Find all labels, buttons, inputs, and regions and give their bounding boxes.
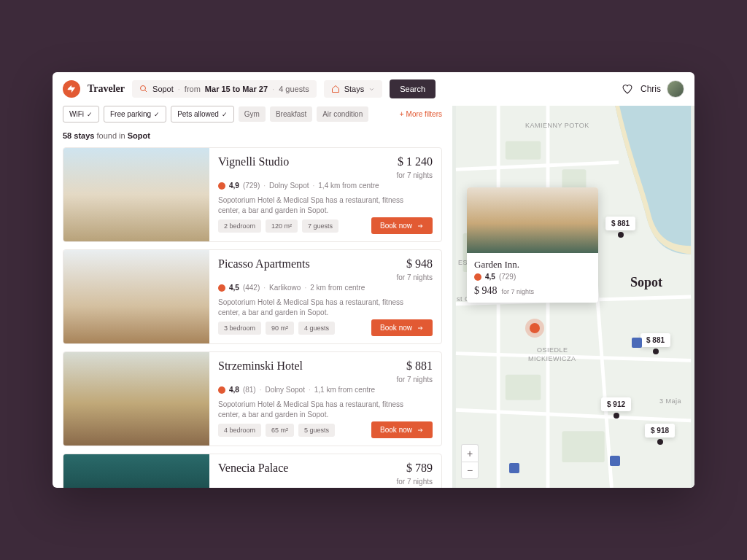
avatar (667, 80, 684, 98)
listing-feature: 65 m² (266, 424, 294, 437)
filter-air-condition[interactable]: Air condition (317, 106, 368, 122)
svg-rect-10 (562, 431, 604, 462)
listing-area: Dolny Sopot (265, 386, 304, 394)
map-price-pin[interactable]: $ 881 (605, 217, 635, 230)
chevron-down-icon (368, 86, 375, 93)
listing-title: Venecia Palace (218, 462, 288, 475)
listing-feature: 120 m² (266, 219, 298, 233)
map-price-pin[interactable]: $ 918 (645, 424, 675, 438)
listing-area: Dolny Sopot (269, 182, 309, 190)
search-button[interactable]: Search (390, 79, 436, 98)
filter-wifi[interactable]: WiFi✓ (63, 106, 99, 122)
book-now-button[interactable]: Book now (371, 421, 433, 438)
filter-free-parking[interactable]: Free parking✓ (104, 106, 166, 122)
listing-desc: Sopotorium Hotel & Medical Spa has a res… (218, 195, 408, 216)
map-popup-reviews: (729) (499, 273, 516, 281)
svg-rect-7 (506, 141, 541, 160)
listing-image (63, 352, 209, 446)
map-popup-rating: 4,5 (485, 273, 495, 281)
user-menu[interactable]: Chris (640, 80, 684, 98)
map-city-name: Sopot (630, 275, 662, 290)
rating-icon (474, 273, 481, 281)
listing-feature: 4 guests (298, 322, 335, 335)
svg-line-1 (145, 90, 147, 93)
favorites-icon[interactable] (622, 83, 633, 95)
user-name: Chris (640, 84, 661, 94)
listing-desc: Sopotorium Hotel & Medical Spa has a res… (218, 298, 408, 318)
map-price-pin[interactable]: $ 881 (640, 333, 670, 347)
selected-pin-icon (530, 323, 540, 333)
listing-card[interactable]: Vignelli Studio $ 1 240 for 7 nights 4,9… (63, 147, 442, 242)
listing-feature: 3 bedroom (218, 322, 261, 335)
results-count: 58 stays found in Sopot (53, 128, 452, 147)
listing-card[interactable]: Venecia Palace $ 789 for 7 nights 4,2 (5… (63, 454, 442, 488)
zoom-out-button[interactable]: − (461, 462, 479, 479)
from-label: from (185, 85, 201, 93)
zoom-controls: + − (461, 444, 479, 479)
listing-feature: 7 guests (302, 219, 338, 233)
date-range: Mar 15 to Mar 27 (205, 85, 268, 93)
stays-selector[interactable]: Stays (324, 80, 383, 98)
left-panel: WiFi✓ Free parking✓ Pets allowed✓ Gym Br… (53, 106, 452, 488)
filter-breakfast[interactable]: Breakfast (270, 106, 312, 122)
listing-feature: 5 guests (298, 424, 335, 437)
content: WiFi✓ Free parking✓ Pets allowed✓ Gym Br… (53, 106, 694, 488)
brand-name: Traveler (88, 83, 125, 95)
listing-reviews: (442) (243, 284, 260, 292)
arrow-right-icon (417, 427, 424, 433)
listing-distance: 2 km from centre (310, 284, 365, 292)
listing-distance: 1,4 km from centre (318, 182, 379, 190)
zoom-in-button[interactable]: + (461, 444, 479, 462)
more-filters-link[interactable]: + More filters (400, 110, 442, 118)
home-icon (331, 85, 340, 93)
map-label: OSIEDLE (537, 346, 568, 354)
search-location: Sopot (152, 85, 174, 93)
check-icon: ✓ (222, 111, 228, 118)
listing-nights: for 7 nights (397, 478, 433, 486)
book-now-button[interactable]: Book now (371, 217, 433, 234)
transit-icon (632, 338, 642, 348)
map-label: 3 Maja (659, 397, 681, 405)
listings: Vignelli Studio $ 1 240 for 7 nights 4,9… (53, 147, 452, 488)
map-popup[interactable]: Garden Inn. 4,5 (729) $ 948 for 7 nights (467, 187, 598, 303)
map-panel[interactable]: KAMIENNY POTOKESIEst OperaOSIEDLEMICKIEW… (452, 106, 694, 488)
filter-gym[interactable]: Gym (239, 106, 266, 122)
book-now-button[interactable]: Book now (371, 319, 433, 336)
listing-rating: 4,8 (229, 386, 239, 394)
map-popup-title: Garden Inn. (474, 259, 591, 271)
map-price-pin[interactable]: $ 912 (601, 397, 631, 411)
arrow-right-icon (417, 223, 424, 229)
listing-card[interactable]: Picasso Apartments $ 948 for 7 nights 4,… (63, 249, 442, 344)
listing-nights: for 7 nights (397, 376, 433, 384)
listing-image (63, 454, 209, 488)
listing-title: Vignelli Studio (218, 155, 289, 168)
search-icon (139, 85, 148, 93)
filter-pets-allowed[interactable]: Pets allowed✓ (171, 106, 234, 122)
filters-row: WiFi✓ Free parking✓ Pets allowed✓ Gym Br… (53, 106, 452, 128)
check-icon: ✓ (154, 111, 160, 118)
map-popup-nights: for 7 nights (502, 288, 535, 295)
listing-rating: 4,9 (229, 182, 239, 190)
listing-image (63, 148, 209, 241)
listing-distance: 1,1 km from centre (314, 386, 375, 394)
listing-nights: for 7 nights (397, 171, 433, 179)
svg-rect-9 (506, 375, 541, 400)
listing-desc: Sopotorium Hotel & Medical Spa has a res… (218, 400, 408, 420)
transit-icon (610, 456, 620, 466)
logo-icon (63, 80, 80, 98)
listing-card[interactable]: Strzeminski Hotel $ 881 for 7 nights 4,8… (63, 351, 442, 446)
listing-price: $ 948 (397, 257, 433, 271)
listing-title: Strzeminski Hotel (218, 359, 303, 373)
map-label: MICKIEWICZA (528, 355, 576, 362)
listing-feature: 90 m² (266, 322, 294, 335)
transit-icon (509, 463, 519, 473)
listing-reviews: (729) (243, 182, 260, 190)
stays-label: Stays (344, 85, 365, 93)
listing-rating: 4,5 (229, 284, 239, 292)
listing-price: $ 1 240 (397, 155, 433, 168)
rating-icon (218, 284, 225, 292)
listing-area: Karlikowo (269, 284, 301, 292)
search-pill[interactable]: Sopot · from Mar 15 to Mar 27 · 4 guests (132, 80, 317, 98)
listing-title: Picasso Apartments (218, 257, 310, 271)
check-icon: ✓ (87, 111, 93, 118)
